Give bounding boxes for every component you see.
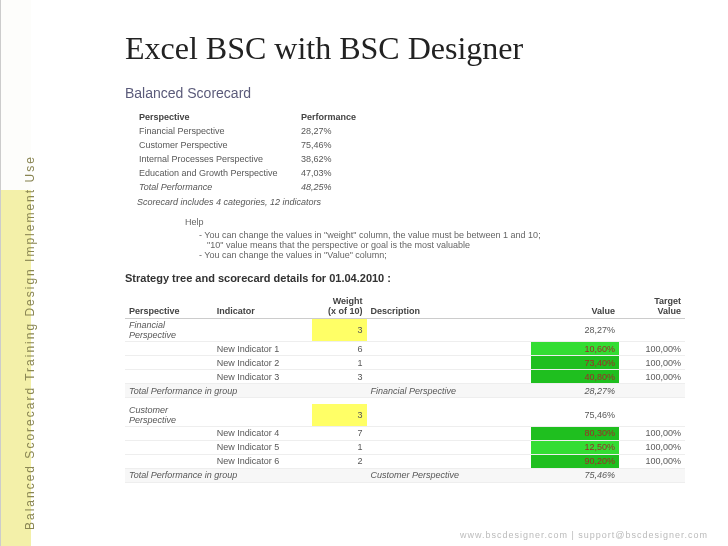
indicator-value[interactable]: 90,20% — [531, 454, 619, 468]
th-description: Description — [367, 294, 532, 319]
help-title: Help — [185, 217, 693, 227]
indicator-weight[interactable]: 2 — [312, 454, 367, 468]
group-name: Financial Perspective — [125, 319, 213, 342]
th-target: Target Value — [619, 294, 685, 319]
indicator-value[interactable]: 12,50% — [531, 440, 619, 454]
indicator-weight[interactable]: 7 — [312, 426, 367, 440]
indicator-name: New Indicator 3 — [213, 370, 312, 384]
indicator-weight[interactable]: 3 — [312, 370, 367, 384]
indicator-name: New Indicator 2 — [213, 356, 312, 370]
indicator-target: 100,00% — [619, 454, 685, 468]
scorecard-summary: Scorecard includes 4 categories, 12 indi… — [137, 197, 693, 207]
details-table: Perspective Indicator Weight (x of 10) D… — [125, 294, 685, 488]
indicator-weight[interactable]: 1 — [312, 440, 367, 454]
perf-total-label: Total Performance — [139, 181, 299, 193]
sidebar-label: Balanced Scorecard Training Design Imple… — [23, 155, 37, 530]
sidebar: Balanced Scorecard Training Design Imple… — [0, 0, 30, 546]
perf-total-value: 48,25% — [301, 181, 362, 193]
perf-row-label: Customer Perspective — [139, 139, 299, 151]
help-block: Help You can change the values in "weigh… — [185, 217, 693, 260]
group-total-value: 28,27% — [531, 384, 619, 398]
group-total-desc: Customer Perspective — [367, 468, 532, 482]
indicator-value[interactable]: 73,40% — [531, 356, 619, 370]
page-content: Excel BSC with BSC Designer Balanced Sco… — [45, 0, 718, 546]
perf-row-label: Internal Processes Perspective — [139, 153, 299, 165]
th-perspective: Perspective — [125, 294, 213, 319]
help-line: You can change the values in "Value" col… — [199, 250, 693, 260]
indicator-value[interactable]: 40,80% — [531, 370, 619, 384]
perf-hdr-performance: Performance — [301, 111, 362, 123]
group-total-value: 75,46% — [531, 468, 619, 482]
group-total-label: Total Performance in group — [125, 468, 312, 482]
group-total-label: Total Performance in group — [125, 384, 312, 398]
group-value: 28,27% — [531, 319, 619, 342]
perf-row-label: Financial Perspective — [139, 125, 299, 137]
indicator-weight[interactable]: 6 — [312, 342, 367, 356]
th-indicator: Indicator — [213, 294, 312, 319]
group-total-desc: Financial Perspective — [367, 384, 532, 398]
indicator-value[interactable]: 80,30% — [531, 426, 619, 440]
indicator-name: New Indicator 6 — [213, 454, 312, 468]
group-value: 75,46% — [531, 404, 619, 427]
indicator-target: 100,00% — [619, 356, 685, 370]
th-weight: Weight (x of 10) — [312, 294, 367, 319]
indicator-weight[interactable]: 1 — [312, 356, 367, 370]
group-weight[interactable]: 3 — [312, 404, 367, 427]
perf-row-label: Education and Growth Perspective — [139, 167, 299, 179]
help-line: "10" value means that the perspective or… — [207, 240, 693, 250]
perf-row-value: 47,03% — [301, 167, 362, 179]
th-value: Value — [531, 294, 619, 319]
group-weight[interactable]: 3 — [312, 319, 367, 342]
indicator-target: 100,00% — [619, 426, 685, 440]
footer: www.bscdesigner.com | support@bscdesigne… — [460, 530, 708, 540]
performance-summary-table: Perspective Performance Financial Perspe… — [137, 109, 364, 195]
indicator-target: 100,00% — [619, 342, 685, 356]
indicator-name: New Indicator 5 — [213, 440, 312, 454]
page-title: Excel BSC with BSC Designer — [125, 30, 693, 67]
section-title: Balanced Scorecard — [125, 85, 693, 101]
perf-row-value: 38,62% — [301, 153, 362, 165]
indicator-target: 100,00% — [619, 440, 685, 454]
group-name: Customer Perspective — [125, 404, 213, 427]
help-line: You can change the values in "weight" co… — [199, 230, 693, 240]
perf-hdr-perspective: Perspective — [139, 111, 299, 123]
strategy-heading: Strategy tree and scorecard details for … — [125, 272, 693, 284]
indicator-target: 100,00% — [619, 370, 685, 384]
indicator-name: New Indicator 1 — [213, 342, 312, 356]
perf-row-value: 75,46% — [301, 139, 362, 151]
perf-row-value: 28,27% — [301, 125, 362, 137]
indicator-value[interactable]: 10,60% — [531, 342, 619, 356]
indicator-name: New Indicator 4 — [213, 426, 312, 440]
